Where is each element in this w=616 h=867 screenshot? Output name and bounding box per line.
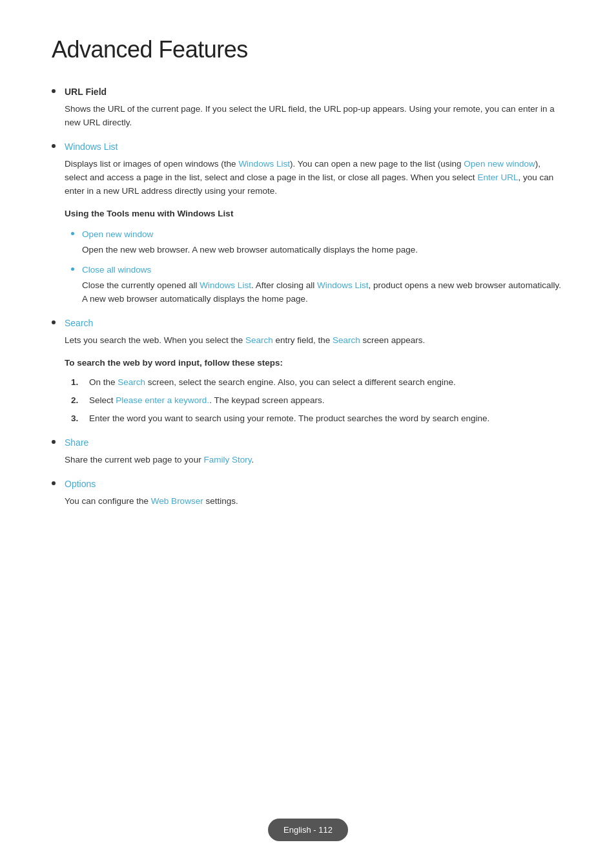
step-1: 1. On the Search screen, select the sear…	[71, 376, 564, 390]
sub-bullet-close-all-windows: Close all windows	[71, 264, 564, 277]
link-web-browser[interactable]: Web Browser	[151, 496, 203, 506]
step-3-text: Enter the word you want to search using …	[89, 412, 489, 426]
link-enter-keyword[interactable]: Please enter a keyword.	[116, 395, 209, 405]
bullet-dot-options	[52, 481, 56, 485]
bullet-item-share: Share	[52, 436, 564, 450]
step-number-2: 2.	[71, 394, 83, 407]
url-field-description: Shows the URL of the current page. If yo…	[65, 103, 564, 130]
page-title: Advanced Features	[52, 32, 564, 67]
options-label[interactable]: Options	[65, 477, 96, 491]
section-share: Share Share the current web page to your…	[52, 436, 564, 467]
footer-text: English - 112	[283, 825, 333, 835]
tools-menu-heading: Using the Tools menu with Windows List	[65, 207, 564, 220]
section-search: Search Lets you search the web. When you…	[52, 317, 564, 426]
section-options: Options You can configure the Web Browse…	[52, 477, 564, 508]
windows-list-label[interactable]: Windows List	[65, 140, 118, 154]
bullet-item-search: Search	[52, 317, 564, 330]
page-container: Advanced Features URL Field Shows the UR…	[0, 0, 616, 867]
sub-bullet-open-new-window: Open new window	[71, 228, 564, 241]
bullet-item-url-field: URL Field	[52, 85, 564, 99]
close-all-windows-description: Close the currently opened all Windows L…	[82, 279, 564, 306]
search-description: Lets you search the web. When you select…	[65, 334, 564, 348]
options-description: You can configure the Web Browser settin…	[65, 495, 564, 508]
step-2: 2. Select Please enter a keyword.. The k…	[71, 394, 564, 408]
sub-bullet-dot-2	[71, 267, 74, 271]
bullet-item-windows-list: Windows List	[52, 140, 564, 154]
link-open-new-window[interactable]: Open new window	[464, 159, 535, 169]
link-enter-url[interactable]: Enter URL	[477, 172, 518, 182]
section-url-field: URL Field Shows the URL of the current p…	[52, 85, 564, 130]
share-description: Share the current web page to your Famil…	[65, 454, 564, 467]
share-label[interactable]: Share	[65, 436, 88, 450]
link-search-screen[interactable]: Search	[118, 377, 145, 387]
link-family-story[interactable]: Family Story	[203, 455, 251, 465]
bullet-dot	[52, 89, 56, 93]
close-all-windows-label[interactable]: Close all windows	[82, 264, 151, 277]
step-number-1: 1.	[71, 376, 83, 389]
step-1-text: On the Search screen, select the search …	[89, 376, 456, 390]
step-2-text: Select Please enter a keyword.. The keyp…	[89, 394, 325, 408]
section-windows-list: Windows List Displays list or images of …	[52, 140, 564, 306]
sub-bullet-dot-1	[71, 232, 74, 235]
steps-heading: To search the web by word input, follow …	[65, 357, 564, 370]
link-windows-list-2[interactable]: Windows List	[200, 280, 251, 290]
link-windows-list-1[interactable]: Windows List	[238, 159, 290, 169]
open-new-window-label[interactable]: Open new window	[82, 228, 153, 241]
bullet-dot-search	[52, 320, 56, 324]
step-3: 3. Enter the word you want to search usi…	[71, 412, 564, 426]
open-new-window-description: Open the new web browser. A new web brow…	[82, 244, 564, 257]
link-windows-list-3[interactable]: Windows List	[317, 280, 369, 290]
link-search-2[interactable]: Search	[333, 335, 360, 345]
bullet-item-options: Options	[52, 477, 564, 491]
bullet-dot-share	[52, 440, 56, 444]
url-field-label: URL Field	[65, 85, 107, 99]
bullet-dot-windows	[52, 144, 56, 148]
search-label[interactable]: Search	[65, 317, 93, 330]
link-search-1[interactable]: Search	[245, 335, 273, 345]
step-number-3: 3.	[71, 412, 83, 425]
windows-list-description: Displays list or images of open windows …	[65, 158, 564, 198]
page-footer: English - 112	[268, 819, 348, 842]
